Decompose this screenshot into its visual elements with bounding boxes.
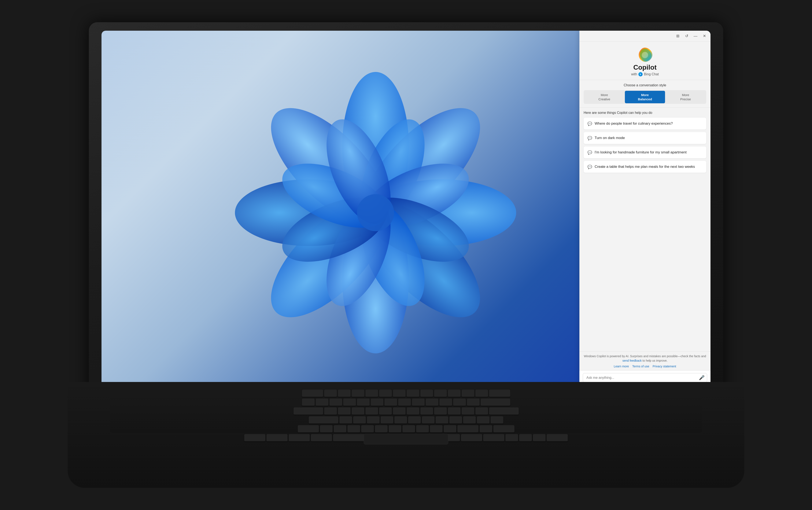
key-tilde[interactable] [302,398,314,406]
key-pgup[interactable] [493,425,514,433]
key-w[interactable] [338,407,351,415]
key-f11[interactable] [461,390,474,397]
key-9[interactable] [426,398,438,406]
suggestion-meal-plan[interactable]: 💬 Create a table that helps me plan meal… [583,161,706,173]
key-p[interactable] [448,407,460,415]
key-f4[interactable] [365,390,378,397]
key-f3[interactable] [352,390,364,397]
key-ctrl-l[interactable] [244,434,265,442]
key-f6[interactable] [393,390,405,397]
key-equals[interactable] [467,398,480,406]
key-alt-l[interactable] [311,434,332,442]
key-f9[interactable] [434,390,447,397]
key-2[interactable] [329,398,342,406]
key-del[interactable] [489,390,510,397]
key-s[interactable] [353,416,366,424]
key-backspace[interactable] [481,398,510,406]
chat-input[interactable] [583,373,707,382]
keyboard-row-3 [114,407,698,415]
learn-more-link[interactable]: Learn more [614,364,629,369]
key-5[interactable] [371,398,383,406]
key-3[interactable] [343,398,356,406]
key-backslash[interactable] [490,416,503,424]
touchpad[interactable] [364,434,448,445]
key-shift-r[interactable] [457,425,479,433]
balanced-style-button[interactable]: MoreBalanced [625,91,665,103]
key-e[interactable] [352,407,364,415]
key-tab[interactable] [294,407,323,415]
privacy-statement-link[interactable]: Privacy statement [653,364,676,369]
key-pgdn[interactable] [547,434,568,442]
key-r[interactable] [365,407,378,415]
key-m[interactable] [402,425,415,433]
key-left[interactable] [505,434,518,442]
key-g[interactable] [394,416,407,424]
key-o[interactable] [434,407,447,415]
key-z[interactable] [320,425,333,433]
screen-bezel: ⊞ ↺ — ✕ [101,31,711,412]
key-c[interactable] [348,425,360,433]
key-shift-l[interactable] [298,425,319,433]
key-f5[interactable] [379,390,392,397]
key-right[interactable] [533,434,546,442]
key-t[interactable] [379,407,392,415]
key-b[interactable] [375,425,388,433]
key-6[interactable] [385,398,397,406]
suggestion-furniture[interactable]: 💬 I'm looking for handmade furniture for… [583,146,706,158]
key-comma[interactable] [416,425,429,433]
key-h[interactable] [408,416,421,424]
key-d[interactable] [367,416,380,424]
key-caps[interactable] [309,416,338,424]
key-fn[interactable] [266,434,288,442]
history-button[interactable]: ↺ [684,33,690,39]
microphone-icon[interactable]: 🎤 [699,375,704,380]
key-n[interactable] [389,425,401,433]
key-fn2[interactable] [483,434,504,442]
key-u[interactable] [407,407,419,415]
key-esc[interactable] [302,390,323,397]
key-v[interactable] [361,425,374,433]
key-y[interactable] [393,407,405,415]
key-7[interactable] [398,398,411,406]
suggestion-culinary[interactable]: 💬 Where do people travel for culinary ex… [583,118,706,130]
key-f1[interactable] [324,390,337,397]
key-slash[interactable] [444,425,456,433]
key-semi[interactable] [463,416,476,424]
key-f[interactable] [381,416,393,424]
send-feedback-link[interactable]: send feedback [622,359,641,362]
terms-of-use-link[interactable]: Terms of use [632,364,649,369]
precise-style-button[interactable]: MorePrecise [665,91,705,103]
key-q[interactable] [324,407,337,415]
svg-point-16 [357,194,394,231]
grid-view-button[interactable]: ⊞ [674,33,681,39]
key-f8[interactable] [420,390,433,397]
minimize-button[interactable]: — [692,33,699,39]
key-1[interactable] [316,398,328,406]
key-f2[interactable] [338,390,351,397]
key-a[interactable] [339,416,352,424]
key-up[interactable] [480,425,492,433]
key-4[interactable] [357,398,370,406]
suggestion-dark-mode[interactable]: 💬 Turn on dark mode [583,132,706,144]
key-l[interactable] [449,416,462,424]
key-quote[interactable] [477,416,489,424]
key-minus[interactable] [453,398,466,406]
key-f7[interactable] [407,390,419,397]
close-button[interactable]: ✕ [701,33,708,39]
key-0[interactable] [440,398,452,406]
key-win[interactable] [289,434,310,442]
key-i[interactable] [420,407,433,415]
key-k[interactable] [435,416,448,424]
key-bracket-close[interactable] [475,407,488,415]
key-f12[interactable] [475,390,488,397]
key-enter[interactable] [489,407,519,415]
key-x[interactable] [334,425,347,433]
key-down[interactable] [519,434,532,442]
key-j[interactable] [422,416,434,424]
key-8[interactable] [412,398,425,406]
creative-style-button[interactable]: MoreCreative [584,91,625,103]
key-f10[interactable] [448,390,460,397]
key-alt-r[interactable] [461,434,482,442]
key-period[interactable] [430,425,443,433]
key-bracket-open[interactable] [461,407,474,415]
